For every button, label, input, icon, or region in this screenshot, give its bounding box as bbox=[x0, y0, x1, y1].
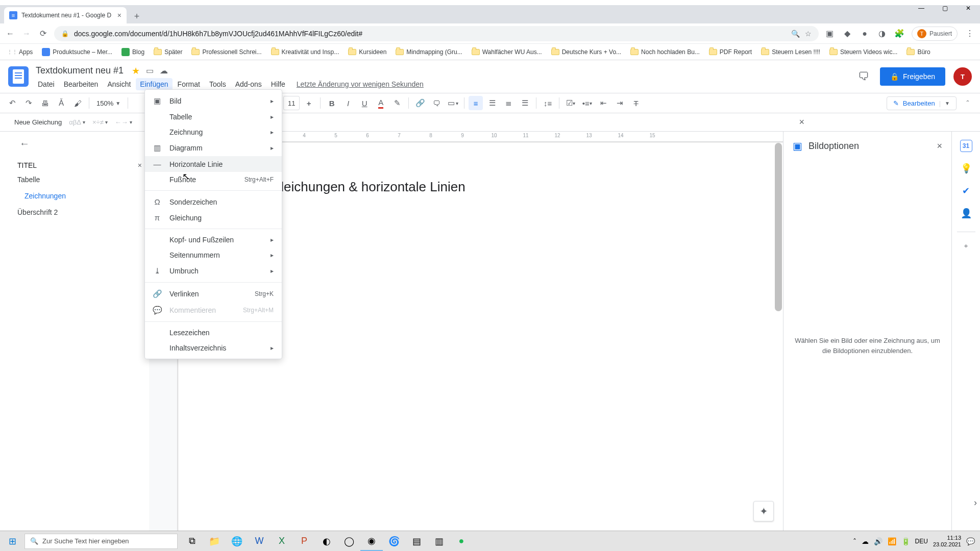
bookmark-item[interactable]: Steuern Lesen !!!! bbox=[758, 46, 823, 58]
eq-arrows-icon[interactable]: ←→ ▾ bbox=[115, 118, 132, 126]
italic-icon[interactable]: I bbox=[341, 96, 355, 110]
document-title[interactable]: Textdokument neu #1 bbox=[34, 64, 126, 77]
tray-cloud-icon[interactable]: ☁ bbox=[862, 537, 869, 545]
bookmark-item[interactable]: PDF Report bbox=[706, 46, 755, 58]
paintformat-icon[interactable]: 🖌 bbox=[70, 96, 85, 110]
share-button[interactable]: 🔒 Freigeben bbox=[880, 67, 945, 86]
bookmark-item[interactable]: Wahlfächer WU Aus... bbox=[469, 46, 545, 58]
address-bar[interactable]: 🔒 docs.google.com/document/d/1hUH8k6h7Lb… bbox=[54, 26, 819, 41]
textcolor-icon[interactable]: A bbox=[374, 96, 388, 110]
undo-icon[interactable]: ↶ bbox=[5, 96, 19, 110]
align-left-icon[interactable]: ≡ bbox=[469, 96, 483, 110]
ppt-icon[interactable]: P bbox=[293, 531, 315, 551]
menu-item-fußnote[interactable]: FußnoteStrg+Alt+F bbox=[145, 172, 282, 187]
chrome-menu-icon[interactable]: ⋮ bbox=[965, 29, 975, 39]
eq-greek-icon[interactable]: αβΔ ▾ bbox=[69, 118, 85, 126]
chevron-down-icon[interactable]: ▼ bbox=[945, 101, 950, 106]
redo-icon[interactable]: ↷ bbox=[21, 96, 36, 110]
menu-item-diagramm[interactable]: ▥Diagramm▸ bbox=[145, 140, 282, 156]
underline-icon[interactable]: U bbox=[357, 96, 372, 110]
tab-close-icon[interactable]: × bbox=[117, 11, 121, 19]
highlight-icon[interactable]: ✎ bbox=[390, 96, 404, 110]
calendar-icon[interactable]: 31 bbox=[960, 140, 972, 152]
chrome-taskbar-icon[interactable]: ◉ bbox=[360, 531, 383, 551]
menu-item-seitennummern[interactable]: Seitennummern▸ bbox=[145, 247, 282, 263]
bookmark-item[interactable]: Noch hochladen Bu... bbox=[627, 46, 703, 58]
checklist-icon[interactable]: ☑▾ bbox=[564, 96, 578, 110]
align-justify-icon[interactable]: ☰ bbox=[518, 96, 532, 110]
menu-item-inhaltsverzeichnis[interactable]: Inhaltsverzeichnis▸ bbox=[145, 340, 282, 356]
ext2-icon[interactable]: ● bbox=[860, 29, 870, 39]
start-button[interactable]: ⊞ bbox=[0, 531, 24, 551]
bookmark-item[interactable]: Später bbox=[151, 46, 185, 58]
addons-plus-icon[interactable]: ＋ bbox=[957, 232, 975, 251]
align-center-icon[interactable]: ☰ bbox=[485, 96, 499, 110]
menu-item-umbruch[interactable]: ⤓Umbruch▸ bbox=[145, 263, 282, 279]
tasks-icon[interactable]: ✔ bbox=[960, 185, 972, 197]
app2-icon[interactable]: ◯ bbox=[338, 531, 360, 551]
move-icon[interactable]: ▭ bbox=[146, 66, 154, 76]
spellcheck-icon[interactable]: Ǎ bbox=[54, 96, 68, 110]
profile-paused-pill[interactable]: T Pausiert bbox=[912, 27, 958, 41]
explorer-icon[interactable]: 📁 bbox=[203, 531, 226, 551]
tray-up-icon[interactable]: ˄ bbox=[853, 537, 856, 545]
tray-time[interactable]: 11:13 bbox=[947, 535, 961, 541]
cloud-status-icon[interactable]: ☁ bbox=[160, 66, 168, 76]
taskbar-search[interactable]: 🔍 Zur Suche Text hier eingeben bbox=[24, 534, 178, 549]
zoom-icon[interactable]: 🔍 bbox=[791, 30, 800, 38]
print-icon[interactable]: 🖶 bbox=[38, 96, 52, 110]
menu-item-sonderzeichen[interactable]: ΩSonderzeichen bbox=[145, 194, 282, 210]
window-maximize-icon[interactable]: ▢ bbox=[933, 0, 957, 16]
menu-item-horizontale-linie[interactable]: —Horizontale Linie bbox=[145, 156, 282, 172]
new-equation-button[interactable]: Neue Gleichung bbox=[14, 118, 62, 126]
insert-link-icon[interactable]: 🔗 bbox=[413, 96, 427, 110]
account-avatar[interactable]: T bbox=[953, 67, 972, 86]
bookmark-item[interactable]: Produktsuche – Mer... bbox=[39, 46, 115, 58]
tray-batt-icon[interactable]: 🔋 bbox=[901, 537, 910, 545]
bold-icon[interactable]: B bbox=[325, 96, 339, 110]
linespacing-icon[interactable]: ↕≡ bbox=[541, 96, 555, 110]
star-icon[interactable]: ★ bbox=[132, 65, 140, 77]
bookmark-item[interactable]: Büro bbox=[903, 46, 933, 58]
spotify-icon[interactable]: ● bbox=[450, 531, 473, 551]
explore-button[interactable]: ✦ bbox=[753, 501, 774, 521]
app3-icon[interactable]: ▤ bbox=[405, 531, 428, 551]
outline-item[interactable]: Zeichnungen bbox=[17, 188, 142, 204]
indent-less-icon[interactable]: ⇤ bbox=[596, 96, 610, 110]
menu-tools[interactable]: Tools bbox=[205, 78, 230, 90]
menu-item-verlinken[interactable]: 🔗VerlinkenStrg+K bbox=[145, 286, 282, 302]
excel-icon[interactable]: X bbox=[271, 531, 293, 551]
word-icon[interactable]: W bbox=[248, 531, 271, 551]
menu-item-bild[interactable]: ▣Bild▸ bbox=[145, 93, 282, 109]
bookmark-item[interactable]: Blog bbox=[118, 46, 148, 58]
menu-bearbeiten[interactable]: Bearbeiten bbox=[60, 78, 103, 90]
menu-item-kopf-und-fußzeilen[interactable]: Kopf- und Fußzeilen▸ bbox=[145, 232, 282, 247]
comment-history-icon[interactable]: 🗨 bbox=[855, 68, 872, 85]
last-change-link[interactable]: Letzte Änderung vor wenigen Sekunden bbox=[295, 78, 426, 90]
menu-item-lesezeichen[interactable]: Lesezeichen bbox=[145, 325, 282, 340]
eq-ops-icon[interactable]: ×÷≠ ▾ bbox=[92, 118, 108, 126]
bookmarks-apps[interactable]: ⋮⋮Apps bbox=[5, 46, 36, 58]
clear-format-icon[interactable]: T bbox=[629, 96, 643, 110]
bookmark-item[interactable]: Kursideen bbox=[345, 46, 389, 58]
docs-logo-icon[interactable] bbox=[8, 66, 29, 87]
menu-add-ons[interactable]: Add-ons bbox=[231, 78, 266, 90]
extensions-icon[interactable]: 🧩 bbox=[894, 29, 904, 39]
ext3-icon[interactable]: ◑ bbox=[877, 29, 887, 39]
fontsize-plus[interactable]: + bbox=[302, 96, 316, 110]
keep-icon[interactable]: 💡 bbox=[960, 162, 972, 174]
side-rail-toggle-icon[interactable]: › bbox=[974, 497, 977, 508]
vertical-scrollbar[interactable] bbox=[775, 143, 782, 480]
tray-lang[interactable]: DEU bbox=[915, 538, 928, 545]
bookmark-item[interactable]: Professionell Schrei... bbox=[188, 46, 264, 58]
outline-back-icon[interactable]: ← bbox=[19, 138, 30, 149]
editing-mode-button[interactable]: ✎ Bearbeiten | ▼ bbox=[887, 96, 957, 110]
contacts-icon[interactable]: 👤 bbox=[960, 207, 972, 219]
align-right-icon[interactable]: ≣ bbox=[501, 96, 516, 110]
indent-more-icon[interactable]: ⇥ bbox=[612, 96, 627, 110]
tray-vol-icon[interactable]: 🔊 bbox=[874, 537, 883, 545]
zoom-select[interactable]: 150%▼ bbox=[93, 99, 124, 107]
nav-reload-icon[interactable]: ⟳ bbox=[38, 29, 48, 39]
app1-icon[interactable]: ◐ bbox=[315, 531, 338, 551]
menu-datei[interactable]: Datei bbox=[34, 78, 59, 90]
